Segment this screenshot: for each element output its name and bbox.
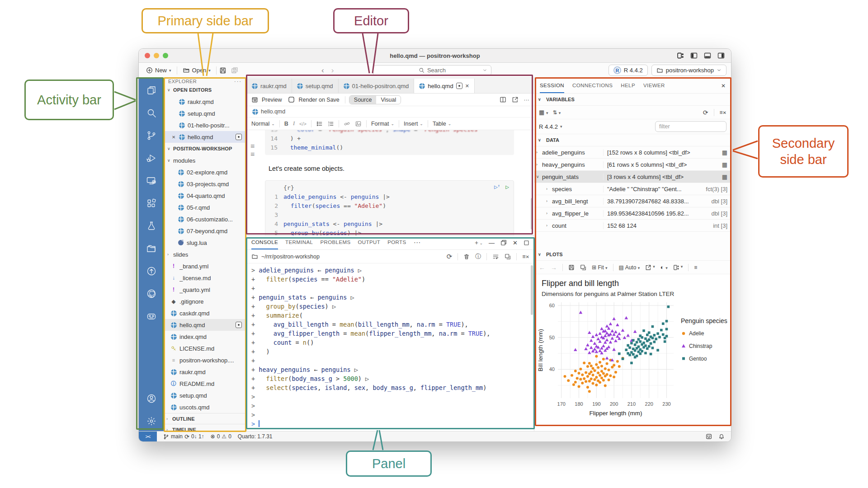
testing-icon[interactable] — [145, 220, 158, 232]
link-icon[interactable] — [344, 121, 350, 127]
italic-button[interactable]: I — [293, 120, 295, 127]
variables-section-header[interactable]: ∨VARIABLES — [534, 94, 731, 106]
plot-history-icon[interactable]: ≡ — [694, 264, 697, 271]
data-section-header[interactable]: ∨DATA — [534, 134, 731, 146]
customize-layout-icon[interactable] — [677, 52, 684, 59]
open-button[interactable]: Open▾ — [180, 66, 213, 75]
tree-file-06-customizatio-[interactable]: 06-customizatio... — [164, 213, 246, 225]
refresh-variables-icon[interactable]: ⟳ — [703, 109, 708, 116]
tree-file-slug-lua[interactable]: slug.lua — [164, 237, 246, 249]
open-editor-item[interactable]: setup.qmd — [164, 108, 246, 119]
variables-grid-icon[interactable]: ▦ ▾ — [539, 109, 548, 116]
console-info-icon[interactable]: ⓘ — [475, 253, 481, 261]
open-editors-header[interactable]: ∨OPEN EDITORS — [164, 84, 246, 96]
open-data-viewer-icon[interactable]: ▦ — [722, 161, 727, 168]
toggle-panel-icon[interactable] — [704, 52, 711, 59]
problems-item[interactable]: ⊗0 ⚠0 — [211, 433, 231, 440]
secondary-tab-help[interactable]: HELP — [621, 79, 635, 93]
panel-more-tabs-icon[interactable]: ··· — [414, 239, 421, 247]
account-icon[interactable] — [145, 392, 158, 405]
interpreter-selector[interactable]: R R 4.4.2 — [609, 65, 648, 76]
publish-icon[interactable] — [145, 265, 158, 277]
code-button[interactable]: </> — [299, 121, 307, 127]
toggle-secondary-sidebar-icon[interactable] — [717, 52, 725, 59]
navigate-back-icon[interactable]: ‹ — [321, 66, 324, 75]
panel-tab-ports[interactable]: PORTS — [387, 236, 406, 249]
close-secondary-icon[interactable]: ✕ — [721, 83, 726, 89]
editor-more-actions-icon[interactable]: ··· — [524, 97, 530, 103]
tree-file-02-explore-qmd[interactable]: 02-explore.qmd — [164, 166, 246, 178]
tree-file-index-qmd[interactable]: index.qmd — [164, 331, 246, 343]
editor-tab-setup-qmd[interactable]: setup.qmd — [292, 79, 339, 93]
plot-scatter[interactable]: Flipper and bill lengthDimensions for pe… — [534, 274, 731, 431]
tree-file-license-md[interactable]: LICENSE.md — [164, 343, 246, 354]
secondary-tab-connections[interactable]: CONNECTIONS — [572, 79, 613, 93]
next-plot-icon[interactable]: → — [551, 264, 557, 271]
image-icon[interactable] — [355, 121, 362, 127]
variables-filter-input[interactable] — [655, 121, 726, 132]
secondary-tab-session[interactable]: SESSION — [540, 79, 564, 93]
open-editor-item[interactable]: raukr.qmd — [164, 96, 246, 108]
tree-file--gitignore[interactable]: ◈.gitignore — [164, 296, 246, 307]
tree-file-setup-qmd[interactable]: setup.qmd — [164, 389, 246, 401]
source-mode-button[interactable]: Source — [349, 96, 377, 104]
workspace-selector[interactable]: positron-workshop — [651, 65, 726, 76]
paragraph-style-dropdown[interactable]: Normal⌄ — [251, 121, 275, 127]
duplicate-console-icon[interactable] — [505, 253, 511, 260]
runtime-selector[interactable]: R 4.4.2 — [539, 123, 558, 130]
navigate-forward-icon[interactable]: › — [331, 66, 334, 75]
run-above-icon[interactable]: ▷↑ — [494, 183, 500, 190]
new-button[interactable]: New▾ — [143, 66, 174, 75]
open-plot-in-window-icon[interactable]: ▾ — [645, 264, 655, 271]
tree-file-positron-workshop-[interactable]: ≡positron-workshop.... — [164, 354, 246, 366]
r-code-cell[interactable]: {r} 1adelie_penguins <- penguins |>2 fil… — [265, 180, 514, 235]
quarto-version-item[interactable]: Quarto: 1.7.31 — [238, 433, 273, 440]
maximize-panel-icon[interactable] — [524, 240, 529, 246]
open-data-viewer-icon[interactable]: ▦ — [722, 149, 727, 156]
toggle-primary-sidebar-icon[interactable] — [690, 52, 698, 59]
panel-tab-terminal[interactable]: TERMINAL — [285, 236, 313, 249]
close-editor-icon[interactable]: ✕ — [172, 135, 178, 140]
outline-section-header[interactable]: ›OUTLINE — [164, 413, 246, 424]
visual-mode-button[interactable]: Visual — [376, 96, 401, 104]
assistant-icon[interactable] — [145, 310, 158, 323]
tree-file--license-md[interactable]: ↓_license.md — [164, 272, 246, 284]
minimize-panel-icon[interactable]: — — [489, 239, 495, 246]
close-tab-icon[interactable]: ✕ — [465, 83, 469, 89]
clear-objects-trash-icon[interactable] — [463, 253, 470, 260]
search-icon[interactable] — [145, 107, 158, 119]
variable-row-count[interactable]: ›count152 68 124int [3] — [534, 220, 731, 232]
variables-sort-icon[interactable]: ⇅ ▾ — [552, 109, 561, 116]
tree-file-hello-qmd[interactable]: hello.qmd — [164, 319, 246, 331]
global-search-box[interactable]: Search — [373, 65, 491, 76]
clear-variables-icon[interactable]: ≡✕ — [720, 109, 726, 116]
numbered-list-icon[interactable] — [327, 121, 334, 127]
save-icon[interactable] — [219, 67, 226, 74]
editor-tab-01-hello-positron-qmd[interactable]: 01-hello-positron.qmd — [339, 79, 415, 93]
source-control-icon[interactable] — [145, 129, 158, 142]
editor-tab-hello-qmd[interactable]: hello.qmd✕ — [414, 79, 475, 93]
plot-layout-icon[interactable]: ▾ — [673, 264, 683, 271]
visual-editor-content[interactable]: ≡≡ 13 color = "Penguin species", shape =… — [247, 130, 534, 235]
notifications-bell-icon[interactable] — [718, 433, 725, 440]
tree-file-05-r-qmd[interactable]: 05-r.qmd — [164, 202, 246, 213]
variable-row-avg-flipper-le[interactable]: ›avg_flipper_le189.95364238410596 195.82… — [534, 207, 731, 220]
plot-theme-icon[interactable]: ◐ ▾ — [660, 264, 668, 271]
run-cell-icon[interactable]: ▷ — [505, 183, 509, 190]
remote-indicator[interactable]: >< — [139, 432, 157, 441]
panel-tab-problems[interactable]: PROBLEMS — [320, 236, 350, 249]
tree-file-uscots-qmd[interactable]: uscots.qmd — [164, 401, 246, 413]
git-branch-item[interactable]: main ⟳ 0↓ 1↑ — [163, 433, 204, 440]
preview-button[interactable]: Preview — [262, 97, 282, 103]
editor-scrollbar[interactable] — [531, 198, 533, 230]
split-editor-icon[interactable] — [500, 96, 506, 103]
source-visual-toggle[interactable]: Source Visual — [349, 95, 401, 104]
timeline-section-header[interactable]: ›TIMELINE — [164, 424, 246, 431]
panel-tab-console[interactable]: CONSOLE — [251, 236, 278, 249]
insert-dropdown[interactable]: Insert⌄ — [404, 121, 423, 127]
open-data-viewer-icon[interactable]: ▦ — [722, 174, 727, 180]
tree-file-readme-md[interactable]: ⓘREADME.md — [164, 378, 246, 389]
variable-row-penguin-stats[interactable]: ∨penguin_stats[3 rows x 4 columns] <tbl_… — [534, 171, 731, 183]
save-plot-icon[interactable] — [568, 264, 575, 271]
explorer-icon[interactable] — [145, 84, 158, 97]
